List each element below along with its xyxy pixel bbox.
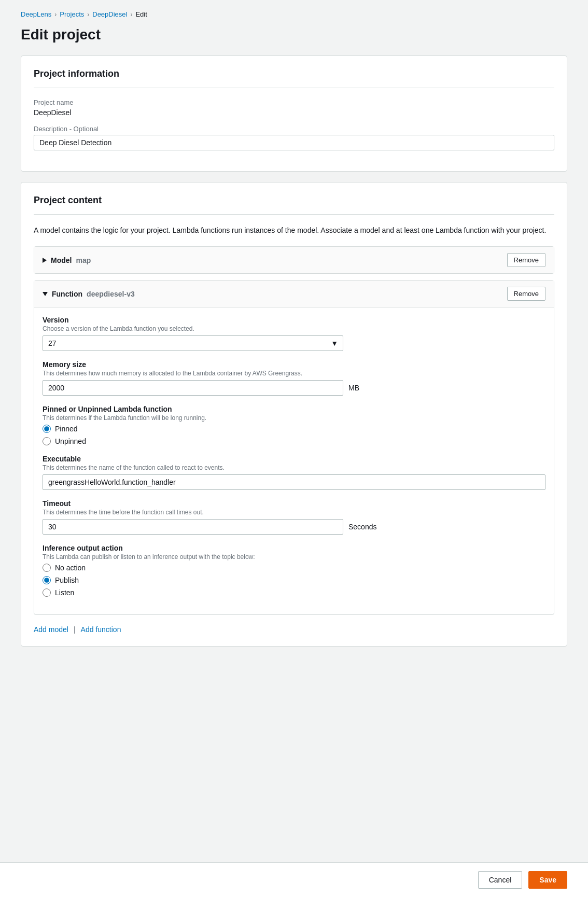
model-value: map (76, 256, 91, 264)
timeout-input[interactable] (43, 519, 343, 535)
function-section-header-left[interactable]: Function deepdiesel-v3 (43, 290, 135, 298)
listen-option[interactable]: Listen (43, 588, 545, 597)
pinned-field: Pinned or Unpinned Lambda function This … (43, 405, 545, 445)
timeout-input-group: Seconds (43, 519, 545, 535)
function-value: deepdiesel-v3 (87, 290, 135, 298)
model-section-header-left[interactable]: Model map (43, 256, 91, 264)
version-label: Version (43, 316, 545, 324)
inference-output-radio-group: No action Publish Listen (43, 564, 545, 597)
model-collapse-icon (43, 258, 47, 263)
no-action-option[interactable]: No action (43, 564, 545, 572)
page-title: Edit project (21, 26, 567, 43)
no-action-radio[interactable] (43, 564, 51, 572)
pinned-radio[interactable] (43, 425, 51, 433)
project-name-value: DeepDiesel (34, 108, 554, 117)
breadcrumb-projects[interactable]: Projects (60, 10, 84, 18)
function-expand-icon (43, 292, 48, 296)
inference-output-hint: This Lambda can publish or listen to an … (43, 553, 545, 560)
pinned-hint: This determines if the Lambda function w… (43, 414, 545, 422)
memory-size-unit: MB (348, 384, 359, 392)
memory-size-input-group: MB (43, 380, 545, 396)
breadcrumb-deepdiesel[interactable]: DeepDiesel (92, 10, 127, 18)
cancel-button[interactable]: Cancel (478, 871, 523, 889)
breadcrumb: DeepLens › Projects › DeepDiesel › Edit (21, 10, 567, 18)
breadcrumb-sep-1: › (54, 11, 57, 18)
save-button[interactable]: Save (528, 871, 567, 889)
project-content-description: A model contains the logic for your proj… (34, 225, 554, 236)
inference-output-label: Inference output action (43, 544, 545, 552)
timeout-hint: This determines the time before the func… (43, 509, 545, 516)
model-section: Model map Remove (34, 246, 554, 274)
version-field: Version Choose a version of the Lambda f… (43, 316, 545, 351)
add-function-link[interactable]: Add function (81, 625, 121, 634)
model-section-header: Model map Remove (34, 247, 554, 273)
breadcrumb-sep-3: › (130, 11, 132, 18)
version-select-wrapper: 27 26 25 24 ▼ (43, 335, 343, 351)
memory-size-label: Memory size (43, 360, 545, 369)
add-links-divider: | (74, 625, 76, 634)
bottom-bar: Cancel Save (0, 862, 588, 897)
breadcrumb-sep-2: › (87, 11, 89, 18)
project-info-title: Project information (34, 68, 554, 88)
timeout-unit: Seconds (348, 523, 376, 531)
publish-option[interactable]: Publish (43, 576, 545, 584)
description-field: Description - Optional (34, 125, 554, 150)
project-content-title: Project content (34, 195, 554, 215)
breadcrumb-deeplens[interactable]: DeepLens (21, 10, 51, 18)
project-content-card: Project content A model contains the log… (21, 182, 567, 647)
project-name-label: Project name (34, 99, 554, 106)
no-action-radio-label: No action (55, 564, 86, 572)
project-name-field: Project name DeepDiesel (34, 99, 554, 117)
memory-size-hint: This determines how much memory is alloc… (43, 370, 545, 377)
publish-radio[interactable] (43, 576, 51, 584)
timeout-field: Timeout This determines the time before … (43, 499, 545, 535)
function-section-header: Function deepdiesel-v3 Remove (34, 281, 554, 307)
inference-output-field: Inference output action This Lambda can … (43, 544, 545, 597)
pinned-option[interactable]: Pinned (43, 425, 545, 433)
executable-input[interactable] (43, 474, 545, 490)
function-content: Version Choose a version of the Lambda f… (34, 307, 554, 614)
executable-label: Executable (43, 455, 545, 463)
description-input[interactable] (34, 135, 554, 150)
timeout-label: Timeout (43, 499, 545, 508)
model-label: Model (51, 256, 72, 264)
function-section: Function deepdiesel-v3 Remove Version Ch… (34, 280, 554, 615)
memory-size-input[interactable] (43, 380, 343, 396)
version-hint: Choose a version of the Lambda function … (43, 325, 545, 332)
executable-field: Executable This determines the name of t… (43, 455, 545, 490)
description-label: Description - Optional (34, 125, 554, 133)
publish-radio-label: Publish (55, 576, 79, 584)
listen-radio[interactable] (43, 588, 51, 597)
unpinned-radio-label: Unpinned (55, 437, 86, 445)
pinned-radio-label: Pinned (55, 425, 78, 433)
function-remove-button[interactable]: Remove (507, 287, 545, 301)
add-links: Add model | Add function (34, 623, 554, 634)
model-remove-button[interactable]: Remove (507, 253, 545, 267)
add-model-link[interactable]: Add model (34, 625, 68, 634)
pinned-label: Pinned or Unpinned Lambda function (43, 405, 545, 413)
project-info-card: Project information Project name DeepDie… (21, 55, 567, 172)
pinned-radio-group: Pinned Unpinned (43, 425, 545, 445)
unpinned-radio[interactable] (43, 437, 51, 445)
function-label: Function (52, 290, 82, 298)
version-select[interactable]: 27 26 25 24 (43, 335, 343, 351)
unpinned-option[interactable]: Unpinned (43, 437, 545, 445)
listen-radio-label: Listen (55, 588, 74, 597)
memory-size-field: Memory size This determines how much mem… (43, 360, 545, 396)
breadcrumb-edit: Edit (135, 10, 147, 18)
executable-hint: This determines the name of the function… (43, 464, 545, 471)
